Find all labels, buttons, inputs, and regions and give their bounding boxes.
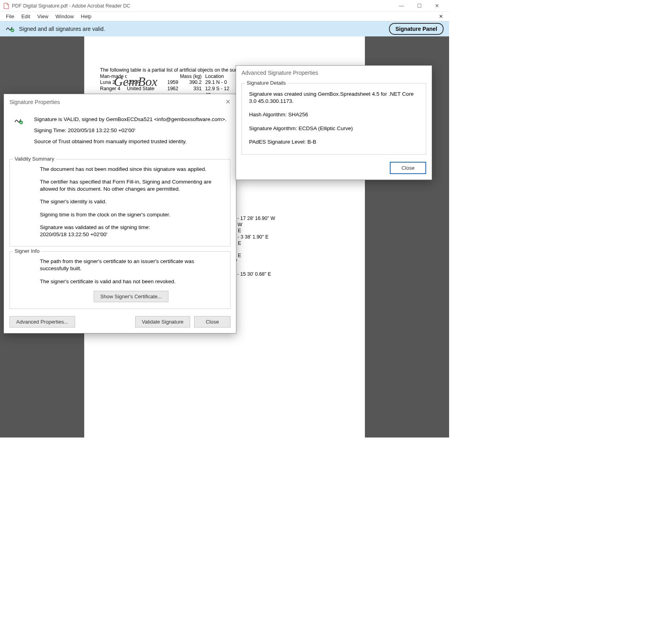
validity-summary-group: Validity Summary The document has not be…	[9, 159, 230, 247]
acrobat-icon	[3, 3, 9, 9]
maximize-button[interactable]: ☐	[410, 0, 428, 12]
signature-status-bar: Signed and all signatures are valid. Sig…	[0, 21, 449, 36]
dialog-titlebar: Advanced Signature Properties	[236, 66, 432, 80]
signature-details-legend: Signature Details	[245, 80, 287, 86]
show-certificate-button[interactable]: Show Signer's Certificate...	[94, 291, 169, 302]
menu-window[interactable]: Window	[52, 13, 77, 20]
dialog-title-text: Advanced Signature Properties	[242, 70, 318, 76]
dialog-title-text: Signature Properties	[9, 99, 60, 105]
svg-point-1	[19, 121, 23, 124]
trust-source-line: Source of Trust obtained from manually i…	[34, 138, 228, 145]
advanced-signature-properties-dialog: Advanced Signature Properties Signature …	[236, 65, 432, 180]
titlebar: PDF Digital Signature.pdf - Adobe Acroba…	[0, 0, 449, 12]
detail-created-using: Signature was created using GemBox.Sprea…	[249, 91, 419, 105]
signature-properties-dialog: Signature Properties ✕ Signature is VALI…	[4, 94, 236, 333]
signing-time-line: Signing Time: 2020/05/18 13:22:50 +02'00…	[34, 127, 228, 134]
svg-point-0	[11, 28, 14, 32]
signature-valid-icon	[14, 117, 23, 126]
close-button[interactable]: Close	[194, 316, 230, 328]
detail-signature-algorithm: Signature Algorithm: ECDSA (Elliptic Cur…	[249, 125, 419, 132]
dialog-close-button[interactable]: ✕	[225, 98, 230, 106]
signer-info-legend: Signer Info	[13, 248, 41, 254]
menu-edit[interactable]: Edit	[18, 13, 34, 20]
validity-line-5: Signature was validated as of the signin…	[40, 224, 222, 238]
window-title: PDF Digital Signature.pdf - Adobe Acroba…	[12, 3, 130, 9]
close-window-button[interactable]: ✕	[428, 0, 446, 12]
validity-line-4: Signing time is from the clock on the si…	[40, 211, 222, 218]
col-object: Man-made o	[100, 74, 127, 80]
detail-hash-algorithm: Hash Algorithm: SHA256	[249, 111, 419, 118]
advanced-properties-button[interactable]: Advanced Properties...	[9, 316, 75, 328]
menu-help[interactable]: Help	[77, 13, 95, 20]
menu-view[interactable]: View	[34, 13, 52, 20]
signer-path-line: The path from the signer's certificate t…	[40, 258, 222, 272]
signer-info-group: Signer Info The path from the signer's c…	[9, 251, 230, 309]
dialog-titlebar: Signature Properties ✕	[4, 94, 236, 110]
col-mass: Mass (kg)	[178, 74, 203, 80]
signature-valid-icon	[6, 25, 14, 34]
validity-line-3: The signer's identity is valid.	[40, 198, 222, 205]
validate-signature-button[interactable]: Validate Signature	[135, 316, 190, 328]
signature-valid-line: Signature is VALID, signed by GemBoxECDs…	[34, 116, 228, 123]
signature-status-text: Signed and all signatures are valid.	[19, 26, 105, 32]
close-button[interactable]: Close	[390, 162, 426, 174]
minimize-button[interactable]: —	[393, 0, 410, 12]
validity-line-2: The certifier has specified that Form Fi…	[40, 178, 222, 193]
menubar: File Edit View Window Help ✕	[0, 12, 449, 21]
validity-line-1: The document has not been modified since…	[40, 166, 222, 173]
signer-cert-line: The signer's certificate is valid and ha…	[40, 278, 222, 285]
signature-panel-button[interactable]: Signature Panel	[389, 23, 444, 35]
detail-pades-level: PAdES Signature Level: B-B	[249, 138, 419, 146]
signature-details-group: Signature Details Signature was created …	[242, 83, 426, 155]
validity-summary-legend: Validity Summary	[13, 156, 56, 162]
document-close-button[interactable]: ✕	[435, 13, 447, 20]
menu-file[interactable]: File	[2, 13, 18, 20]
